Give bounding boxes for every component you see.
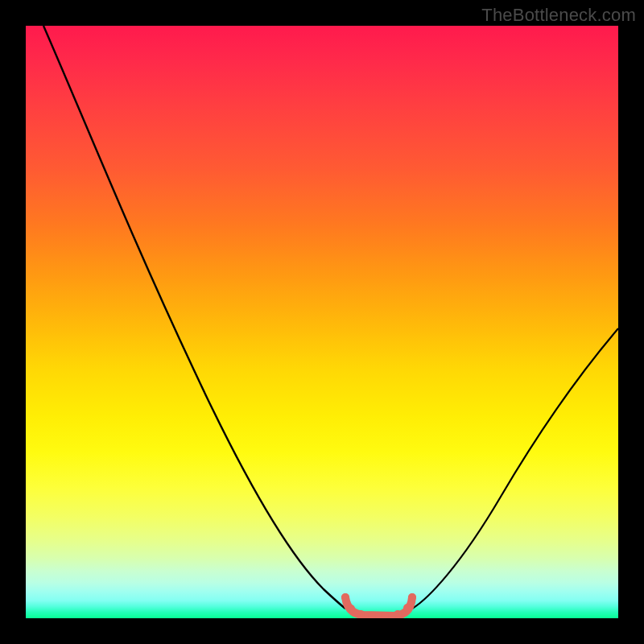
chart-frame: TheBottleneck.com xyxy=(0,0,644,644)
watermark-text: TheBottleneck.com xyxy=(481,5,636,26)
curve-left-branch xyxy=(43,26,345,609)
svg-point-1 xyxy=(347,605,355,613)
svg-point-7 xyxy=(408,593,416,601)
svg-point-5 xyxy=(394,610,402,618)
plot-area xyxy=(26,26,618,618)
svg-point-0 xyxy=(341,593,349,601)
svg-point-2 xyxy=(357,610,365,618)
svg-point-6 xyxy=(403,604,411,612)
curve-right-branch xyxy=(412,328,618,609)
valley-u-marker xyxy=(345,597,412,616)
curve-layer xyxy=(26,26,618,618)
